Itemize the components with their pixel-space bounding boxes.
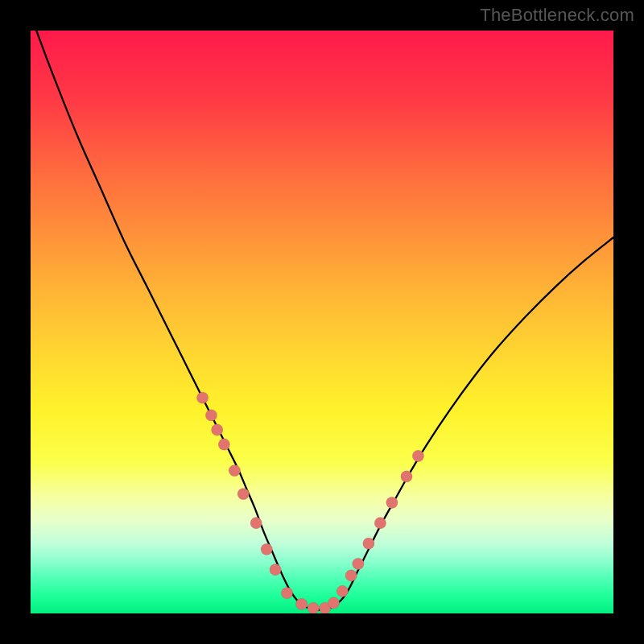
sample-dot <box>386 497 398 508</box>
sample-dot <box>281 587 292 598</box>
sample-dot <box>229 464 240 476</box>
plot-area <box>31 31 613 613</box>
sample-dots <box>196 392 423 613</box>
sample-dot <box>237 488 249 499</box>
sample-dot <box>336 585 348 597</box>
sample-dot <box>196 392 208 403</box>
sample-dot <box>205 410 217 421</box>
sample-dot <box>261 543 272 555</box>
sample-dot <box>401 471 412 482</box>
bottleneck-curve <box>36 31 613 609</box>
sample-dot <box>374 518 386 529</box>
sample-dot <box>328 597 339 609</box>
chart-frame: TheBottleneck.com <box>0 0 644 644</box>
sample-dot <box>363 538 374 549</box>
sample-dot <box>218 439 229 450</box>
watermark-text: TheBottleneck.com <box>480 5 634 26</box>
sample-dot <box>353 558 364 569</box>
sample-dot <box>308 602 319 613</box>
sample-dot <box>211 424 222 436</box>
curve-svg <box>31 31 613 613</box>
sample-dot <box>250 518 262 529</box>
sample-dot <box>295 598 307 609</box>
sample-dot <box>270 564 281 576</box>
sample-dot <box>412 450 423 461</box>
sample-dot <box>345 570 357 581</box>
